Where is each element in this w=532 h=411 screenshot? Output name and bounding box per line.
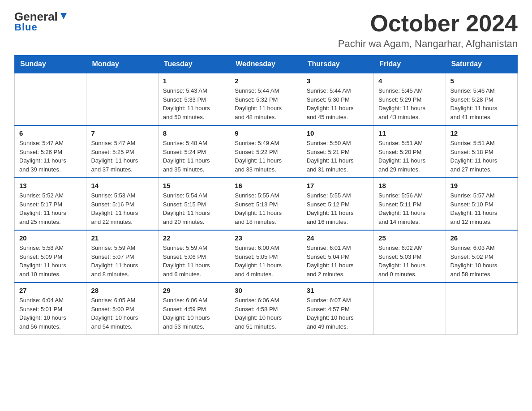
day-of-week-header: Monday — [86, 56, 158, 73]
day-number: 7 — [91, 129, 153, 137]
calendar-day-cell: 31Sunrise: 6:07 AM Sunset: 4:57 PM Dayli… — [302, 283, 373, 335]
logo: General Blue — [14, 11, 69, 33]
svg-marker-0 — [60, 13, 67, 19]
calendar-day-cell: 28Sunrise: 6:05 AM Sunset: 5:00 PM Dayli… — [86, 283, 158, 335]
day-number: 15 — [163, 182, 225, 189]
day-info: Sunrise: 5:48 AM Sunset: 5:24 PM Dayligh… — [163, 139, 225, 174]
calendar-day-cell: 1Sunrise: 5:43 AM Sunset: 5:33 PM Daylig… — [158, 73, 230, 125]
calendar-day-cell: 7Sunrise: 5:47 AM Sunset: 5:25 PM Daylig… — [86, 125, 158, 178]
day-of-week-header: Tuesday — [158, 56, 230, 73]
calendar-day-cell: 4Sunrise: 5:45 AM Sunset: 5:29 PM Daylig… — [374, 73, 446, 125]
day-info: Sunrise: 5:43 AM Sunset: 5:33 PM Dayligh… — [163, 86, 225, 121]
calendar-day-cell: 6Sunrise: 5:47 AM Sunset: 5:26 PM Daylig… — [15, 125, 86, 178]
day-info: Sunrise: 6:05 AM Sunset: 5:00 PM Dayligh… — [91, 296, 153, 331]
calendar-day-cell: 27Sunrise: 6:04 AM Sunset: 5:01 PM Dayli… — [15, 283, 86, 335]
calendar-day-cell: 8Sunrise: 5:48 AM Sunset: 5:24 PM Daylig… — [158, 125, 230, 178]
day-number: 13 — [19, 182, 82, 189]
calendar-day-cell — [446, 283, 517, 335]
day-info: Sunrise: 5:44 AM Sunset: 5:30 PM Dayligh… — [307, 86, 369, 121]
day-number: 12 — [450, 129, 513, 137]
day-number: 19 — [450, 182, 513, 189]
day-info: Sunrise: 5:54 AM Sunset: 5:15 PM Dayligh… — [163, 191, 225, 226]
logo-blue-text: Blue — [14, 21, 38, 33]
calendar-day-cell — [15, 73, 86, 125]
day-info: Sunrise: 5:55 AM Sunset: 5:13 PM Dayligh… — [235, 191, 297, 226]
day-info: Sunrise: 5:46 AM Sunset: 5:28 PM Dayligh… — [450, 86, 513, 121]
calendar-day-cell — [86, 73, 158, 125]
day-info: Sunrise: 5:44 AM Sunset: 5:32 PM Dayligh… — [235, 86, 297, 121]
calendar-table: SundayMondayTuesdayWednesdayThursdayFrid… — [14, 55, 518, 335]
day-number: 2 — [235, 77, 297, 85]
day-info: Sunrise: 6:06 AM Sunset: 4:59 PM Dayligh… — [163, 296, 225, 331]
calendar-day-cell: 18Sunrise: 5:56 AM Sunset: 5:11 PM Dayli… — [374, 178, 446, 230]
day-info: Sunrise: 6:06 AM Sunset: 4:58 PM Dayligh… — [235, 296, 297, 331]
day-info: Sunrise: 6:07 AM Sunset: 4:57 PM Dayligh… — [307, 296, 369, 331]
day-number: 16 — [235, 182, 297, 189]
day-number: 28 — [91, 287, 153, 294]
calendar-day-cell — [374, 283, 446, 335]
calendar-day-cell: 9Sunrise: 5:49 AM Sunset: 5:22 PM Daylig… — [230, 125, 302, 178]
day-number: 27 — [19, 287, 82, 294]
day-number: 6 — [19, 129, 82, 137]
day-info: Sunrise: 5:55 AM Sunset: 5:12 PM Dayligh… — [307, 191, 369, 226]
day-info: Sunrise: 5:53 AM Sunset: 5:16 PM Dayligh… — [91, 191, 153, 226]
location-title: Pachir wa Agam, Nangarhar, Afghanistan — [338, 38, 518, 50]
day-info: Sunrise: 6:04 AM Sunset: 5:01 PM Dayligh… — [19, 296, 82, 331]
day-number: 31 — [307, 287, 369, 294]
day-info: Sunrise: 6:03 AM Sunset: 5:02 PM Dayligh… — [450, 244, 513, 278]
calendar-week-row: 13Sunrise: 5:52 AM Sunset: 5:17 PM Dayli… — [15, 178, 518, 230]
day-info: Sunrise: 5:49 AM Sunset: 5:22 PM Dayligh… — [235, 139, 297, 174]
calendar-week-row: 1Sunrise: 5:43 AM Sunset: 5:33 PM Daylig… — [15, 73, 518, 125]
calendar-day-cell: 25Sunrise: 6:02 AM Sunset: 5:03 PM Dayli… — [374, 230, 446, 283]
calendar-day-cell: 24Sunrise: 6:01 AM Sunset: 5:04 PM Dayli… — [302, 230, 373, 283]
calendar-day-cell: 19Sunrise: 5:57 AM Sunset: 5:10 PM Dayli… — [446, 178, 517, 230]
day-info: Sunrise: 6:00 AM Sunset: 5:05 PM Dayligh… — [235, 244, 297, 278]
day-of-week-header: Sunday — [15, 56, 86, 73]
day-number: 1 — [163, 77, 225, 85]
calendar-day-cell: 20Sunrise: 5:58 AM Sunset: 5:09 PM Dayli… — [15, 230, 86, 283]
calendar-week-row: 6Sunrise: 5:47 AM Sunset: 5:26 PM Daylig… — [15, 125, 518, 178]
logo-general-text: General — [14, 11, 58, 22]
day-number: 23 — [235, 234, 297, 242]
day-number: 18 — [378, 182, 441, 189]
day-number: 20 — [19, 234, 82, 242]
day-number: 11 — [378, 129, 441, 137]
calendar-day-cell: 23Sunrise: 6:00 AM Sunset: 5:05 PM Dayli… — [230, 230, 302, 283]
day-of-week-header: Thursday — [302, 56, 373, 73]
day-number: 22 — [163, 234, 225, 242]
day-info: Sunrise: 5:57 AM Sunset: 5:10 PM Dayligh… — [450, 191, 513, 226]
day-info: Sunrise: 5:47 AM Sunset: 5:26 PM Dayligh… — [19, 139, 82, 174]
day-of-week-header: Wednesday — [230, 56, 302, 73]
calendar-header-row: SundayMondayTuesdayWednesdayThursdayFrid… — [15, 56, 518, 73]
day-number: 5 — [450, 77, 513, 85]
day-info: Sunrise: 5:45 AM Sunset: 5:29 PM Dayligh… — [378, 86, 441, 121]
day-number: 21 — [91, 234, 153, 242]
calendar-day-cell: 15Sunrise: 5:54 AM Sunset: 5:15 PM Dayli… — [158, 178, 230, 230]
calendar-week-row: 20Sunrise: 5:58 AM Sunset: 5:09 PM Dayli… — [15, 230, 518, 283]
calendar-day-cell: 30Sunrise: 6:06 AM Sunset: 4:58 PM Dayli… — [230, 283, 302, 335]
day-number: 29 — [163, 287, 225, 294]
logo-triangle-icon — [59, 11, 69, 21]
day-number: 14 — [91, 182, 153, 189]
day-number: 8 — [163, 129, 225, 137]
day-info: Sunrise: 6:01 AM Sunset: 5:04 PM Dayligh… — [307, 244, 369, 278]
day-info: Sunrise: 5:51 AM Sunset: 5:18 PM Dayligh… — [450, 139, 513, 174]
calendar-day-cell: 10Sunrise: 5:50 AM Sunset: 5:21 PM Dayli… — [302, 125, 373, 178]
day-info: Sunrise: 5:59 AM Sunset: 5:07 PM Dayligh… — [91, 244, 153, 278]
day-info: Sunrise: 5:47 AM Sunset: 5:25 PM Dayligh… — [91, 139, 153, 174]
calendar-day-cell: 22Sunrise: 5:59 AM Sunset: 5:06 PM Dayli… — [158, 230, 230, 283]
calendar-day-cell: 29Sunrise: 6:06 AM Sunset: 4:59 PM Dayli… — [158, 283, 230, 335]
calendar-day-cell: 17Sunrise: 5:55 AM Sunset: 5:12 PM Dayli… — [302, 178, 373, 230]
calendar-day-cell: 13Sunrise: 5:52 AM Sunset: 5:17 PM Dayli… — [15, 178, 86, 230]
calendar-day-cell: 14Sunrise: 5:53 AM Sunset: 5:16 PM Dayli… — [86, 178, 158, 230]
calendar-week-row: 27Sunrise: 6:04 AM Sunset: 5:01 PM Dayli… — [15, 283, 518, 335]
day-info: Sunrise: 5:50 AM Sunset: 5:21 PM Dayligh… — [307, 139, 369, 174]
day-info: Sunrise: 5:56 AM Sunset: 5:11 PM Dayligh… — [378, 191, 441, 226]
calendar-day-cell: 12Sunrise: 5:51 AM Sunset: 5:18 PM Dayli… — [446, 125, 517, 178]
day-number: 26 — [450, 234, 513, 242]
day-number: 30 — [235, 287, 297, 294]
day-info: Sunrise: 5:52 AM Sunset: 5:17 PM Dayligh… — [19, 191, 82, 226]
day-number: 17 — [307, 182, 369, 189]
day-number: 25 — [378, 234, 441, 242]
day-of-week-header: Friday — [374, 56, 446, 73]
